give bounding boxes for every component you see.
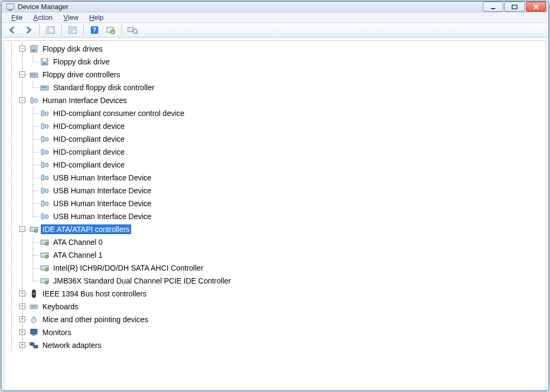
- category-keyboards-label: Keyboards: [41, 302, 80, 311]
- expand-toggle[interactable]: +: [19, 329, 25, 335]
- svg-rect-43: [45, 176, 48, 180]
- category-ieee1394-icon: [29, 289, 39, 298]
- category-floppy-controllers[interactable]: −Floppy drive controllers: [6, 68, 546, 81]
- device-hid-5[interactable]: USB Human Interface Device: [6, 171, 546, 184]
- device-hid-8-label: USB Human Interface Device: [52, 212, 153, 221]
- category-hid-icon: [29, 96, 39, 105]
- svg-rect-20: [43, 59, 46, 61]
- category-network[interactable]: +Network adapters: [6, 339, 546, 352]
- minimize-button[interactable]: [483, 2, 503, 12]
- svg-rect-47: [45, 202, 48, 206]
- expand-toggle[interactable]: +: [19, 342, 25, 348]
- window-frame: Device Manager File Action View Help ?: [1, 1, 549, 391]
- maximize-button[interactable]: [504, 2, 525, 12]
- toolbar-help-button[interactable]: ?: [87, 23, 102, 37]
- category-monitors[interactable]: +Monitors: [6, 326, 546, 339]
- toolbar-forward-button[interactable]: [21, 23, 36, 37]
- device-ide-2[interactable]: Intel(R) ICH9R/DO/DH SATA AHCI Controlle…: [6, 262, 546, 274]
- device-ide-0[interactable]: ATA Channel 0: [6, 236, 546, 249]
- device-hid-4-label: HID-compliant device: [52, 160, 126, 170]
- device-hid-3[interactable]: HID-compliant device: [6, 146, 546, 158]
- menu-file[interactable]: File: [6, 12, 28, 23]
- device-tree: −Floppy disk drivesFloppy disk drive−Flo…: [6, 42, 546, 391]
- collapse-toggle[interactable]: −: [19, 97, 25, 103]
- collapse-toggle[interactable]: −: [19, 46, 25, 52]
- collapse-toggle[interactable]: −: [19, 226, 25, 232]
- device-hid-3-icon: [40, 148, 49, 156]
- category-floppy-drives-icon: [29, 45, 39, 53]
- device-hid-7[interactable]: USB Human Interface Device: [6, 197, 546, 210]
- menu-view[interactable]: View: [58, 12, 84, 23]
- titlebar[interactable]: Device Manager: [2, 2, 548, 12]
- device-hid-5-label: USB Human Interface Device: [52, 173, 153, 183]
- svg-point-55: [45, 255, 48, 258]
- device-ide-1[interactable]: ATA Channel 1: [6, 249, 546, 262]
- toolbar-resources-button[interactable]: [125, 23, 140, 37]
- device-hid-1-label: HID-compliant device: [52, 121, 126, 131]
- svg-rect-28: [44, 87, 45, 88]
- device-ide-2-label: Intel(R) ICH9R/DO/DH SATA AHCI Controlle…: [52, 263, 205, 273]
- collapse-toggle[interactable]: −: [19, 71, 25, 77]
- device-floppy-drive-icon: [40, 57, 49, 66]
- close-button[interactable]: [526, 2, 546, 12]
- device-floppy-drive[interactable]: Floppy disk drive: [6, 55, 546, 68]
- category-mice-icon: [29, 315, 39, 324]
- svg-rect-25: [34, 74, 35, 75]
- category-hid[interactable]: −Human Interface Devices: [6, 94, 546, 107]
- device-ide-1-label: ATA Channel 1: [52, 250, 104, 260]
- device-std-floppy-controller-icon: [40, 83, 49, 92]
- svg-rect-3: [512, 5, 517, 9]
- device-hid-8[interactable]: USB Human Interface Device: [6, 210, 546, 223]
- category-ide-label: IDE ATA/ATAPI controllers: [41, 224, 131, 234]
- device-ide-2-icon: [40, 264, 49, 272]
- category-keyboards-icon: [29, 302, 39, 311]
- device-ide-3-label: JMB36X Standard Dual Channel PCIE IDE Co…: [52, 276, 233, 286]
- device-hid-0[interactable]: HID-compliant consumer control device: [6, 107, 546, 120]
- category-ieee1394[interactable]: +IEEE 1394 Bus host controllers: [6, 287, 546, 300]
- svg-rect-42: [41, 175, 44, 180]
- device-hid-6[interactable]: USB Human Interface Device: [6, 184, 546, 197]
- category-ide-icon: [29, 225, 39, 234]
- toolbar-scan-button[interactable]: [103, 23, 118, 37]
- toolbar-back-button[interactable]: [5, 23, 20, 37]
- svg-rect-0: [6, 4, 14, 9]
- svg-rect-33: [45, 112, 48, 115]
- category-mice[interactable]: +Mice and other pointing devices: [6, 313, 546, 326]
- category-floppy-drives[interactable]: −Floppy disk drives: [6, 42, 546, 55]
- window-title: Device Manager: [18, 3, 483, 11]
- expand-toggle[interactable]: +: [19, 303, 25, 309]
- app-icon: [6, 3, 15, 11]
- svg-rect-48: [41, 214, 44, 219]
- device-hid-6-icon: [40, 186, 49, 195]
- tree-scroll[interactable]: −Floppy disk drivesFloppy disk drive−Flo…: [4, 41, 546, 391]
- svg-rect-69: [30, 343, 34, 345]
- category-ide[interactable]: −IDE ATA/ATAPI controllers: [6, 223, 546, 236]
- device-std-floppy-controller[interactable]: Standard floppy disk controller: [6, 81, 546, 94]
- device-ide-3[interactable]: JMB36X Standard Dual Channel PCIE IDE Co…: [6, 274, 546, 287]
- svg-rect-2: [491, 8, 495, 9]
- toolbar-properties-button[interactable]: [65, 23, 80, 37]
- expand-toggle[interactable]: +: [19, 291, 25, 296]
- device-ide-1-icon: [40, 251, 49, 259]
- device-hid-2[interactable]: HID-compliant device: [6, 133, 546, 146]
- svg-rect-30: [31, 98, 33, 103]
- menubar: File Action View Help: [2, 12, 548, 23]
- svg-point-59: [45, 281, 48, 284]
- category-network-label: Network adapters: [41, 340, 103, 350]
- category-keyboards[interactable]: +Keyboards: [6, 300, 546, 313]
- device-hid-4[interactable]: HID-compliant device: [6, 158, 546, 171]
- menu-action[interactable]: Action: [28, 12, 58, 23]
- svg-rect-21: [43, 62, 46, 64]
- tree-container: −Floppy disk drivesFloppy disk drive−Flo…: [4, 40, 546, 391]
- menu-help[interactable]: Help: [84, 12, 109, 23]
- device-hid-1[interactable]: HID-compliant device: [6, 120, 546, 133]
- category-monitors-icon: [29, 328, 39, 337]
- toolbar-tree-button[interactable]: [43, 23, 58, 37]
- expand-toggle[interactable]: +: [19, 316, 25, 322]
- device-hid-2-icon: [40, 135, 49, 143]
- device-std-floppy-controller-label: Standard floppy disk controller: [52, 83, 156, 92]
- svg-line-16: [136, 33, 138, 34]
- svg-rect-5: [47, 27, 49, 33]
- svg-rect-32: [41, 111, 44, 116]
- svg-rect-36: [41, 136, 44, 142]
